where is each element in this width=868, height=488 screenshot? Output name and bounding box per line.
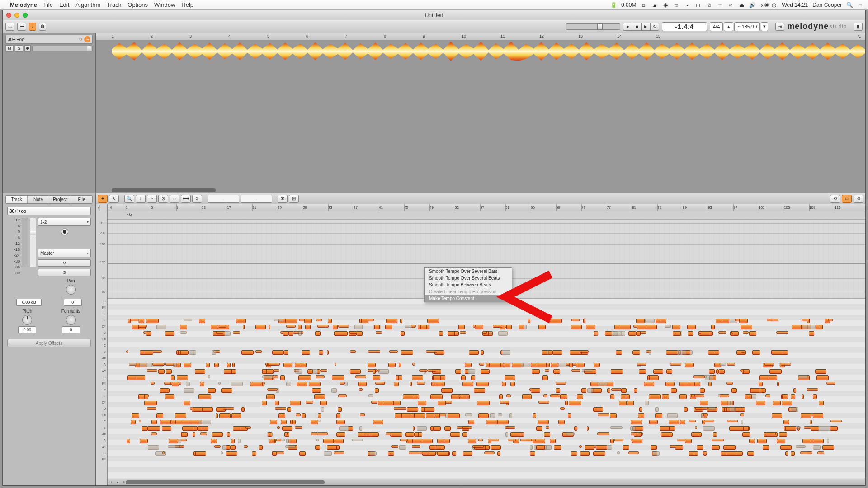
note-blob[interactable] — [617, 451, 620, 454]
note-blob[interactable] — [388, 363, 395, 367]
note-blob[interactable] — [709, 369, 714, 374]
note-blob[interactable] — [478, 413, 489, 418]
app-name[interactable]: Melodyne — [10, 1, 37, 8]
note-blob[interactable] — [422, 439, 433, 443]
note-blob[interactable] — [276, 439, 281, 441]
note-blob[interactable] — [749, 439, 755, 443]
note-blob[interactable] — [489, 363, 501, 367]
note-blob[interactable] — [214, 445, 221, 448]
tab-project[interactable]: Project — [49, 196, 71, 203]
note-blob[interactable] — [639, 407, 642, 412]
note-blob[interactable] — [454, 331, 457, 336]
tempo-menu-icon[interactable]: ▾ — [761, 22, 768, 31]
note-blob[interactable] — [302, 413, 306, 418]
note-blob[interactable] — [374, 325, 380, 329]
note-blob[interactable] — [350, 369, 361, 374]
note-blob[interactable] — [360, 413, 364, 416]
note-blob[interactable] — [547, 350, 548, 355]
note-blob[interactable] — [444, 426, 450, 431]
note-blob[interactable] — [426, 413, 434, 418]
note-blob[interactable] — [373, 375, 381, 380]
note-blob[interactable] — [243, 325, 245, 329]
note-blob[interactable] — [421, 407, 425, 412]
note-blob[interactable] — [316, 439, 319, 441]
note-blob[interactable] — [579, 350, 589, 353]
note-blob[interactable] — [473, 325, 476, 328]
eject-icon[interactable]: ⏏ — [738, 2, 745, 8]
note-blob[interactable] — [556, 382, 566, 385]
note-blob[interactable] — [275, 401, 279, 405]
note-blob[interactable] — [306, 401, 313, 404]
note-blob[interactable] — [460, 331, 466, 334]
timesig-row[interactable]: 4/4 — [108, 211, 865, 220]
note-blob[interactable] — [569, 401, 581, 405]
note-blob[interactable] — [410, 382, 412, 386]
note-blob[interactable] — [275, 407, 286, 410]
note-blob[interactable] — [315, 331, 321, 336]
note-blob[interactable] — [439, 331, 443, 336]
note-blob[interactable] — [807, 319, 810, 323]
note-blob[interactable] — [634, 388, 637, 393]
note-blob[interactable] — [756, 401, 765, 405]
note-blob[interactable] — [546, 426, 549, 429]
note-blob[interactable] — [274, 369, 279, 372]
note-blob[interactable] — [262, 401, 267, 405]
spotlight-icon[interactable]: 🔍 — [846, 2, 853, 8]
note-blob[interactable] — [627, 401, 634, 405]
note-blob[interactable] — [158, 369, 164, 374]
note-blob[interactable] — [144, 350, 154, 355]
tool-arrow[interactable]: ↖ — [109, 195, 119, 203]
note-blob[interactable] — [318, 413, 321, 418]
note-blob[interactable] — [302, 350, 310, 355]
note-blob[interactable] — [765, 432, 776, 435]
note-blob[interactable] — [790, 407, 798, 412]
note-blob[interactable] — [719, 369, 725, 374]
note-blob[interactable] — [468, 420, 474, 424]
note-blob[interactable] — [747, 451, 754, 456]
link-b-icon[interactable]: ∞ — [84, 36, 90, 42]
note-blob[interactable] — [695, 407, 708, 410]
note-blob[interactable] — [409, 451, 420, 454]
note-blob[interactable] — [803, 325, 816, 329]
pitch-value[interactable]: 0.00 — [18, 326, 36, 333]
note-blob[interactable] — [670, 445, 676, 448]
note-grid[interactable]: 4159131721252933374145495357616569737781… — [108, 204, 865, 485]
note-blob[interactable] — [165, 331, 174, 336]
note-blob[interactable] — [426, 350, 437, 353]
note-blob[interactable] — [354, 325, 363, 329]
note-blob[interactable] — [420, 325, 427, 329]
note-blob[interactable] — [438, 401, 445, 405]
note-blob[interactable] — [338, 325, 349, 328]
note-blob[interactable] — [452, 451, 456, 456]
note-blob[interactable] — [810, 420, 811, 424]
note-blob[interactable] — [571, 451, 578, 456]
note-blob[interactable] — [552, 350, 562, 355]
note-blob[interactable] — [802, 394, 804, 399]
note-blob[interactable] — [216, 413, 218, 418]
note-blob[interactable] — [597, 432, 609, 435]
note-blob[interactable] — [455, 369, 461, 374]
note-blob[interactable] — [318, 432, 328, 435]
note-blob[interactable] — [278, 413, 285, 418]
note-blob[interactable] — [284, 432, 288, 435]
note-blob[interactable] — [173, 363, 177, 367]
note-blob[interactable] — [739, 319, 748, 323]
note-blob[interactable] — [286, 382, 291, 386]
note-blob[interactable] — [545, 369, 549, 372]
note-blob[interactable] — [490, 413, 495, 418]
note-blob[interactable] — [730, 407, 736, 412]
note-blob[interactable] — [538, 420, 548, 424]
note-blob[interactable] — [477, 401, 489, 405]
note-blob[interactable] — [298, 375, 311, 380]
note-blob[interactable] — [448, 413, 460, 418]
note-blob[interactable] — [171, 375, 175, 380]
note-blob[interactable] — [720, 394, 729, 397]
note-blob[interactable] — [763, 445, 769, 450]
note-blob[interactable] — [807, 388, 818, 391]
note-blob[interactable] — [571, 319, 580, 321]
note-blob[interactable] — [241, 407, 245, 412]
note-blob[interactable] — [644, 382, 654, 386]
note-blob[interactable] — [227, 432, 231, 437]
note-blob[interactable] — [311, 420, 318, 424]
layout-toggle[interactable]: ▮ — [854, 23, 863, 31]
